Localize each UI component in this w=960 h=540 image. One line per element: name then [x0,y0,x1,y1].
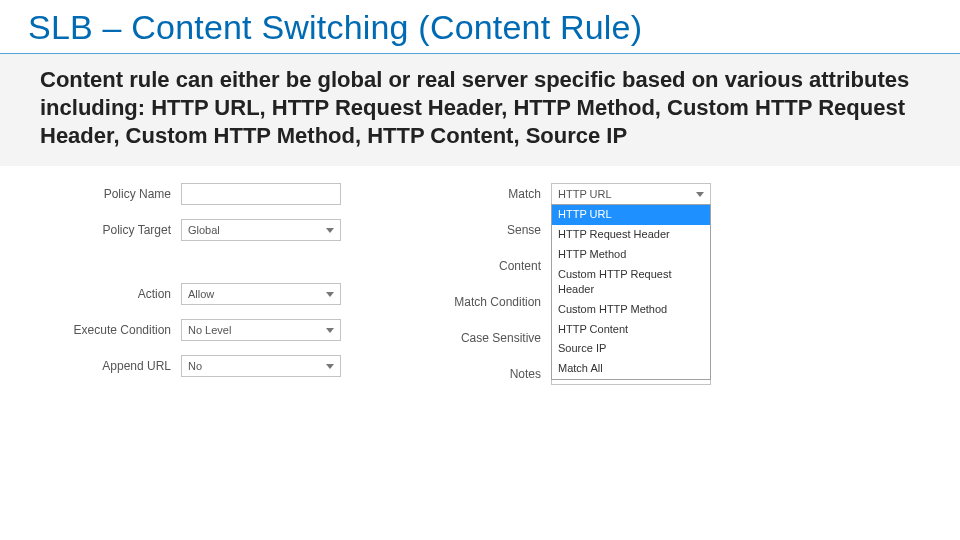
select-match[interactable]: HTTP URL [551,183,711,205]
row-execute-condition: Execute Condition No Level [66,318,341,342]
input-policy-name[interactable] [181,183,341,205]
label-match: Match [436,187,551,201]
row-content: Content [436,254,551,278]
match-option[interactable]: HTTP Content [552,320,710,340]
label-match-condition: Match Condition [436,295,551,309]
row-policy-target: Policy Target Global [66,218,341,242]
form-screenshot: Policy Name Policy Target Global Action … [66,178,786,428]
label-append-url: Append URL [66,359,181,373]
description-bar: Content rule can either be global or rea… [0,54,960,166]
select-append-url[interactable]: No [181,355,341,377]
match-option[interactable]: HTTP Request Header [552,225,710,245]
match-option[interactable]: HTTP Method [552,245,710,265]
label-case-sensitive: Case Sensitive [436,331,551,345]
row-sense: Sense [436,218,551,242]
label-notes: Notes [436,367,551,381]
match-option[interactable]: Source IP [552,339,710,359]
slide: SLB – Content Switching (Content Rule) C… [0,0,960,540]
match-option[interactable]: Custom HTTP Method [552,300,710,320]
row-append-url: Append URL No [66,354,341,378]
match-option[interactable]: Match All [552,359,710,379]
row-match-condition: Match Condition [436,290,551,314]
match-option[interactable]: HTTP URL [552,205,710,225]
select-policy-target[interactable]: Global [181,219,341,241]
select-execute-condition[interactable]: No Level [181,319,341,341]
label-execute-condition: Execute Condition [66,323,181,337]
label-sense: Sense [436,223,551,237]
label-content: Content [436,259,551,273]
match-dropdown[interactable]: HTTP URLHTTP Request HeaderHTTP MethodCu… [551,204,711,380]
row-match: Match HTTP URL [436,182,711,206]
label-action: Action [66,287,181,301]
row-action: Action Allow [66,282,341,306]
page-title: SLB – Content Switching (Content Rule) [0,0,960,47]
row-policy-name: Policy Name [66,182,341,206]
label-policy-target: Policy Target [66,223,181,237]
match-option[interactable]: Custom HTTP Request Header [552,265,710,300]
label-policy-name: Policy Name [66,187,181,201]
select-action[interactable]: Allow [181,283,341,305]
